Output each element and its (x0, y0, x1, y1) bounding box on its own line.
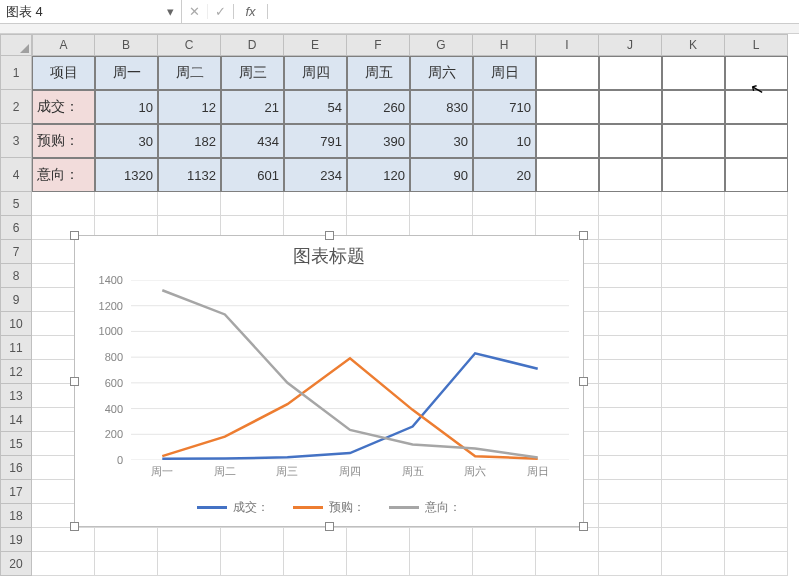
cell[interactable]: 1132 (158, 158, 221, 192)
cell[interactable] (662, 336, 725, 360)
cell[interactable] (284, 528, 347, 552)
cell[interactable] (662, 552, 725, 576)
cell[interactable] (662, 216, 725, 240)
name-box[interactable]: 图表 4 ▾ (0, 0, 182, 23)
cell[interactable]: 20 (473, 158, 536, 192)
cell[interactable] (725, 504, 788, 528)
cell[interactable] (725, 480, 788, 504)
cell[interactable] (158, 528, 221, 552)
cell[interactable] (536, 56, 599, 90)
cell[interactable] (725, 158, 788, 192)
cell[interactable]: 周六 (410, 56, 473, 90)
cell[interactable] (662, 456, 725, 480)
cell[interactable] (662, 56, 725, 90)
confirm-button[interactable]: ✓ (208, 4, 234, 19)
cell[interactable] (95, 528, 158, 552)
resize-handle-ne[interactable] (579, 231, 588, 240)
cell[interactable] (662, 528, 725, 552)
row-header-7[interactable]: 7 (0, 240, 32, 264)
cell[interactable] (536, 124, 599, 158)
cell[interactable] (599, 552, 662, 576)
cell[interactable]: 601 (221, 158, 284, 192)
row-header-18[interactable]: 18 (0, 504, 32, 528)
row-header-3[interactable]: 3 (0, 124, 32, 158)
cell[interactable] (599, 456, 662, 480)
select-all-corner[interactable] (0, 34, 32, 56)
plot-area[interactable] (131, 280, 569, 460)
cell[interactable]: 260 (347, 90, 410, 124)
cell[interactable]: 30 (410, 124, 473, 158)
cell[interactable] (536, 90, 599, 124)
cell[interactable]: 周二 (158, 56, 221, 90)
cell[interactable] (410, 552, 473, 576)
row-header-11[interactable]: 11 (0, 336, 32, 360)
cell[interactable] (599, 288, 662, 312)
cell[interactable] (599, 336, 662, 360)
cell[interactable]: 54 (284, 90, 347, 124)
col-header-H[interactable]: H (473, 34, 536, 56)
col-header-A[interactable]: A (32, 34, 95, 56)
cell[interactable] (599, 408, 662, 432)
cell[interactable] (725, 552, 788, 576)
cell[interactable]: 周一 (95, 56, 158, 90)
cell[interactable]: 710 (473, 90, 536, 124)
name-box-dropdown-icon[interactable]: ▾ (163, 4, 177, 18)
cell[interactable] (725, 264, 788, 288)
cell[interactable] (410, 192, 473, 216)
cell[interactable] (536, 528, 599, 552)
cell[interactable] (725, 528, 788, 552)
cell[interactable]: 意向： (32, 158, 95, 192)
formula-input[interactable] (268, 0, 799, 23)
cell[interactable] (158, 192, 221, 216)
resize-handle-n[interactable] (325, 231, 334, 240)
row-header-6[interactable]: 6 (0, 216, 32, 240)
cell[interactable] (725, 192, 788, 216)
cell[interactable] (32, 552, 95, 576)
cell[interactable] (662, 124, 725, 158)
cell[interactable] (32, 528, 95, 552)
cell[interactable] (473, 528, 536, 552)
cell[interactable] (725, 432, 788, 456)
resize-handle-nw[interactable] (70, 231, 79, 240)
cell[interactable] (95, 192, 158, 216)
cell[interactable]: 周四 (284, 56, 347, 90)
row-header-17[interactable]: 17 (0, 480, 32, 504)
cell[interactable] (725, 384, 788, 408)
cell[interactable] (599, 158, 662, 192)
legend-item[interactable]: 成交： (197, 499, 269, 516)
cell[interactable]: 10 (95, 90, 158, 124)
cell[interactable] (725, 312, 788, 336)
cell[interactable] (662, 158, 725, 192)
cell[interactable] (662, 240, 725, 264)
cell[interactable] (599, 90, 662, 124)
row-header-20[interactable]: 20 (0, 552, 32, 576)
cell[interactable] (599, 504, 662, 528)
col-header-L[interactable]: L (725, 34, 788, 56)
col-header-B[interactable]: B (95, 34, 158, 56)
cell[interactable]: 120 (347, 158, 410, 192)
cell[interactable] (599, 432, 662, 456)
cell[interactable] (599, 192, 662, 216)
cell[interactable] (221, 552, 284, 576)
cell[interactable] (599, 216, 662, 240)
cell[interactable] (347, 192, 410, 216)
cell[interactable]: 预购： (32, 124, 95, 158)
cell[interactable] (473, 192, 536, 216)
cell[interactable] (599, 384, 662, 408)
cell[interactable] (473, 552, 536, 576)
cell[interactable] (599, 264, 662, 288)
cell[interactable] (725, 456, 788, 480)
cell[interactable] (599, 312, 662, 336)
cell[interactable] (284, 552, 347, 576)
resize-handle-se[interactable] (579, 522, 588, 531)
cell[interactable] (599, 480, 662, 504)
cell[interactable] (221, 192, 284, 216)
legend[interactable]: 成交：预购：意向： (75, 499, 583, 516)
cell[interactable] (410, 528, 473, 552)
row-header-19[interactable]: 19 (0, 528, 32, 552)
cell[interactable] (599, 56, 662, 90)
cell[interactable] (662, 192, 725, 216)
col-header-I[interactable]: I (536, 34, 599, 56)
cell[interactable] (662, 288, 725, 312)
cell[interactable]: 90 (410, 158, 473, 192)
